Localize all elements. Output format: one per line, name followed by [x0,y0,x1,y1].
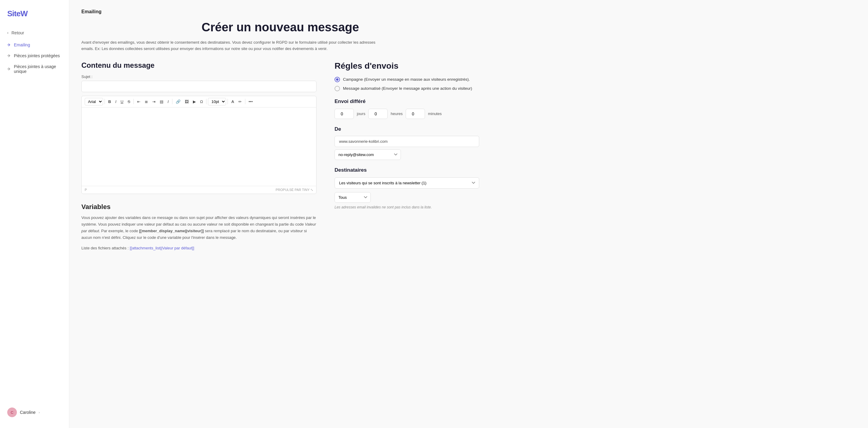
user-profile[interactable]: C Caroline › [0,403,69,422]
subject-input[interactable] [82,81,316,92]
variables-title: Variables [82,203,316,211]
strikethrough-button[interactable]: S [126,98,132,105]
main-content: Emailing Créer un nouveau message Avant … [69,0,868,428]
variables-description: Vous pouvez ajouter des variables dans c… [82,215,316,241]
toolbar-sep-5 [227,99,228,104]
page-header: Emailing [82,9,479,14]
toolbar-sep-6 [245,99,245,104]
sidebar-item-pieces-jointes-protegees[interactable]: ✈ Pièces jointes protégées [0,50,69,61]
sidebar-item-emailing-label: Emailing [14,42,30,47]
sidebar-item-emailing[interactable]: ✈ Emailing [0,39,69,50]
toolbar-sep-4 [206,99,207,104]
radio-automatise-circle [335,86,340,91]
left-column: Contenu du message Sujet : Arial B I U S [82,61,316,250]
emailing-icon: ✈ [7,42,11,47]
defer-minutes-label: minutes [428,111,442,116]
from-title: De [335,126,479,132]
justify-button[interactable]: ▤ [158,98,165,105]
defer-row: jours heures minutes [335,109,479,119]
editor-footer-p: P [85,188,87,192]
invalid-email-note: Les adresses email invalides ne sont pas… [335,205,479,209]
highlight-button[interactable]: ✏ [237,98,244,105]
editor-footer-brand: PROPULSÉ PAR TINY ⤡ [276,188,313,192]
bold-button[interactable]: B [106,98,113,105]
from-email-select[interactable]: no-reply@sitew.com [335,150,401,160]
back-button[interactable]: ‹ Retour [0,27,69,38]
radio-campagne-label: Campagne (Envoyer un message en masse au… [343,77,470,81]
sidebar-item-pieces-jointes-usage-unique[interactable]: ✈ Pièces jointes à usage unique [0,61,69,77]
variables-section: Variables Vous pouvez ajouter des variab… [82,203,316,250]
media-button[interactable]: ▶ [191,98,198,105]
toolbar-sep-1 [104,99,105,104]
recipients-select[interactable]: Les visiteurs qui se sont inscrits à la … [335,177,479,189]
user-name: Caroline [20,410,36,415]
font-size-select[interactable]: 10pt [208,98,226,105]
radio-automatise[interactable]: Message automatisé (Envoyer le message a… [335,86,479,91]
defer-hours-input[interactable] [368,109,388,119]
pieces-jointes-unique-icon: ✈ [7,67,11,71]
rules-title: Régles d'envois [335,61,479,71]
sidebar-item-pj-label: Pièces jointes protégées [14,53,60,58]
font-family-select[interactable]: Arial [85,98,103,105]
user-chevron-icon: › [38,410,40,414]
editor-body[interactable] [82,107,316,186]
rich-text-editor: Arial B I U S ⇤ ≣ ⇥ ▤ I 🔗 [82,96,316,194]
defer-minutes-input[interactable] [406,109,425,119]
send-rules-radio-group: Campagne (Envoyer un message en masse au… [335,77,479,91]
defer-hours-label: heures [391,111,403,116]
italic2-button[interactable]: I [166,98,170,105]
tous-filter-select[interactable]: Tous [335,192,371,203]
align-right-button[interactable]: ⇥ [150,98,157,105]
sidebar-item-pj-unique-label: Pièces jointes à usage unique [14,64,62,74]
content-section-title: Contenu du message [82,61,316,70]
recipients-title: Destinataires [335,167,479,173]
editor-toolbar: Arial B I U S ⇤ ≣ ⇥ ▤ I 🔗 [82,96,316,107]
back-label: Retour [11,30,24,35]
special-char-button[interactable]: Ω [198,98,205,105]
editor-footer: P PROPULSÉ PAR TINY ⤡ [82,186,316,194]
radio-automatise-label: Message automatisé (Envoyer le message a… [343,86,472,91]
subject-label: Sujet : [82,74,316,79]
image-button[interactable]: 🖼 [183,98,190,105]
page-title: Créer un nouveau message [82,21,479,34]
font-color-button[interactable]: A [229,98,236,105]
deferred-section: Envoi différé jours heures minutes [335,98,479,119]
radio-campagne-circle [335,77,340,82]
link-button[interactable]: 🔗 [174,98,182,105]
attachments-line: Liste des fichiers attachés : [[attachme… [82,246,316,250]
underline-button[interactable]: U [119,98,125,105]
right-column: Régles d'envois Campagne (Envoyer un mes… [335,61,479,214]
toolbar-sep-2 [133,99,134,104]
from-section: De www.savonnerie-kolibri.com no-reply@s… [335,126,479,160]
align-left-button[interactable]: ⇤ [135,98,142,105]
logo: SiteW [0,6,69,27]
logo-text: SiteW [7,9,62,19]
avatar: C [7,407,17,417]
more-button[interactable]: ••• [247,98,255,105]
attachments-link[interactable]: [[attachments_list||Valeur par défaut]] [130,246,194,250]
radio-campagne[interactable]: Campagne (Envoyer un message en masse au… [335,77,479,82]
italic-button[interactable]: I [113,98,118,105]
defer-days-label: jours [357,111,365,116]
from-domain: www.savonnerie-kolibri.com [335,136,479,147]
recipients-section: Destinataires Les visiteurs qui se sont … [335,167,479,209]
toolbar-sep-3 [172,99,173,104]
resize-handle[interactable]: ⤡ [310,188,313,192]
align-center-button[interactable]: ≣ [143,98,150,105]
back-arrow-icon: ‹ [7,31,8,35]
defer-days-input[interactable] [335,109,354,119]
deferred-title: Envoi différé [335,98,479,104]
sidebar: SiteW ‹ Retour ✈ Emailing ✈ Pièces joint… [0,0,69,428]
page-description: Avant d'envoyer des emailings, vous deve… [82,39,383,52]
pieces-jointes-icon: ✈ [7,53,11,58]
